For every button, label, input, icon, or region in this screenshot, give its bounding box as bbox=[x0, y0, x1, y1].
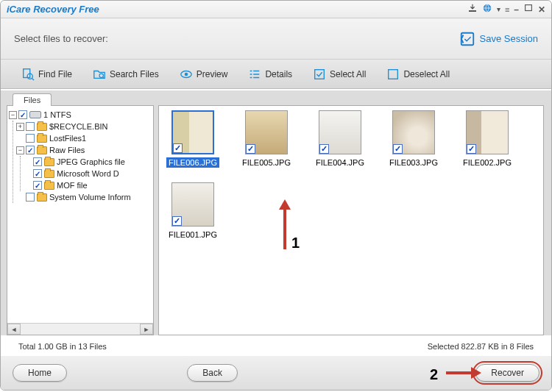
deselect-all-button[interactable]: Deselect All bbox=[386, 68, 450, 81]
annotation-label-1: 1 bbox=[291, 235, 300, 252]
tab-files[interactable]: Files bbox=[13, 93, 52, 106]
thumbnail-item[interactable]: FILE005.JPG bbox=[237, 110, 296, 168]
content-area: Files − 1 NTFS + $RECYC bbox=[1, 90, 551, 335]
thumb-checkbox[interactable] bbox=[246, 144, 255, 154]
tree-item-recycle[interactable]: + $RECYCLE.BIN bbox=[16, 121, 152, 132]
tree-checkbox[interactable] bbox=[26, 146, 35, 154]
status-total: Total 1.00 GB in 13 Files bbox=[18, 342, 428, 351]
save-session-button[interactable]: Save Session bbox=[459, 31, 539, 47]
expand-icon[interactable]: + bbox=[16, 123, 24, 131]
header: Select files to recover: Save Session bbox=[1, 18, 551, 60]
thumbnail-image bbox=[466, 110, 509, 154]
tree-checkbox[interactable] bbox=[33, 169, 42, 178]
search-files-label: Search Files bbox=[110, 69, 159, 79]
thumbnail-item[interactable]: FILE001.JPG bbox=[163, 182, 222, 240]
app-window: iCare Recovery Free ▾ ≡ – ✕ Select files… bbox=[0, 0, 552, 391]
find-icon bbox=[21, 68, 35, 81]
svg-rect-8 bbox=[315, 69, 325, 79]
status-bar: Total 1.00 GB in 13 Files Selected 822.8… bbox=[1, 338, 551, 354]
titlebar: iCare Recovery Free ▾ ≡ – ✕ bbox=[1, 1, 551, 18]
collapse-icon[interactable]: − bbox=[16, 146, 24, 154]
tree-h-scrollbar[interactable]: ◄ ► bbox=[7, 323, 153, 335]
thumbnail-image bbox=[319, 110, 361, 154]
select-all-icon bbox=[313, 68, 326, 81]
minimize-icon[interactable]: – bbox=[514, 4, 519, 15]
tree-item-lostfiles[interactable]: LostFiles1 bbox=[16, 132, 152, 144]
tree-item-sysvol[interactable]: System Volume Inform bbox=[16, 191, 152, 203]
tree-root[interactable]: − 1 NTFS bbox=[9, 109, 152, 121]
tree-root-label: 1 NTFS bbox=[43, 110, 71, 119]
tree-checkbox[interactable] bbox=[26, 193, 35, 202]
tree-item-label: LostFiles1 bbox=[49, 134, 86, 143]
tree-checkbox[interactable] bbox=[33, 157, 42, 166]
close-icon[interactable]: ✕ bbox=[538, 4, 545, 15]
tree-checkbox[interactable] bbox=[33, 181, 42, 190]
svg-rect-2 bbox=[461, 32, 473, 45]
globe-icon[interactable] bbox=[482, 3, 492, 16]
folder-icon bbox=[37, 123, 47, 131]
tree-item-word[interactable]: Microsoft Word D bbox=[24, 168, 152, 179]
preview-button[interactable]: Preview bbox=[180, 68, 228, 81]
recover-button[interactable]: Recover bbox=[475, 364, 539, 382]
footer: Home Back Recover bbox=[1, 356, 551, 390]
find-file-label: Find File bbox=[38, 69, 72, 79]
folder-icon bbox=[37, 193, 47, 202]
search-icon bbox=[93, 68, 106, 81]
thumbnail-item[interactable]: FILE006.JPG bbox=[163, 110, 222, 168]
thumbnail-image bbox=[245, 110, 288, 154]
thumb-checkbox[interactable] bbox=[393, 144, 403, 154]
tree-checkbox[interactable] bbox=[18, 110, 27, 119]
tree-item-jpeg[interactable]: JPEG Graphics file bbox=[24, 156, 152, 168]
tree-item-label: $RECYCLE.BIN bbox=[49, 122, 107, 131]
tree-item-rawfiles[interactable]: − Raw Files bbox=[16, 144, 152, 156]
thumbnail-label: FILE002.JPG bbox=[461, 157, 514, 168]
tree-panel: Files − 1 NTFS + $RECYC bbox=[7, 90, 154, 335]
thumb-checkbox[interactable] bbox=[467, 144, 476, 154]
details-button[interactable]: Details bbox=[248, 68, 292, 81]
thumbnail-image bbox=[392, 110, 435, 154]
download-icon[interactable] bbox=[467, 3, 478, 16]
scroll-track[interactable] bbox=[21, 324, 140, 335]
find-file-button[interactable]: Find File bbox=[21, 68, 72, 81]
maximize-icon[interactable] bbox=[523, 3, 534, 16]
back-button[interactable]: Back bbox=[187, 364, 238, 382]
select-all-button[interactable]: Select All bbox=[313, 68, 366, 81]
thumbnail-item[interactable]: FILE004.JPG bbox=[311, 110, 369, 168]
thumbnails-panel: FILE006.JPG FILE005.JPG FILE004.JPG FILE… bbox=[158, 105, 544, 335]
tree-item-label: JPEG Graphics file bbox=[57, 157, 125, 166]
thumb-checkbox[interactable] bbox=[172, 216, 182, 226]
folder-icon bbox=[37, 146, 47, 154]
thumbnail-item[interactable]: FILE003.JPG bbox=[384, 110, 443, 168]
collapse-icon[interactable]: − bbox=[9, 111, 17, 119]
tree-checkbox[interactable] bbox=[26, 134, 35, 143]
thumbnail-item[interactable]: FILE002.JPG bbox=[458, 110, 517, 168]
search-files-button[interactable]: Search Files bbox=[93, 68, 159, 81]
details-label: Details bbox=[265, 69, 292, 79]
file-tree[interactable]: − 1 NTFS + $RECYCLE.BIN bbox=[7, 106, 153, 206]
settings-icon[interactable]: ≡ bbox=[505, 5, 509, 14]
header-prompt: Select files to recover: bbox=[14, 33, 459, 44]
scroll-left-icon[interactable]: ◄ bbox=[7, 324, 21, 335]
thumb-checkbox[interactable] bbox=[319, 144, 329, 154]
tree-checkbox[interactable] bbox=[26, 122, 35, 131]
home-button[interactable]: Home bbox=[13, 364, 67, 382]
folder-icon bbox=[44, 182, 54, 190]
thumbnail-label: FILE001.JPG bbox=[166, 229, 219, 240]
svg-point-5 bbox=[99, 74, 103, 77]
details-icon bbox=[248, 68, 261, 81]
tree-item-label: System Volume Inform bbox=[49, 193, 131, 202]
preview-icon bbox=[180, 68, 193, 81]
thumbnail-label: FILE004.JPG bbox=[314, 157, 367, 168]
thumb-checkbox[interactable] bbox=[173, 143, 183, 153]
app-title: iCare Recovery Free bbox=[7, 4, 467, 15]
thumbnail-image bbox=[171, 110, 214, 154]
tree-item-label: Raw Files bbox=[49, 146, 85, 154]
scroll-right-icon[interactable]: ► bbox=[140, 324, 153, 335]
thumbnail-label: FILE005.JPG bbox=[240, 157, 293, 168]
tree-item-mof[interactable]: MOF file bbox=[24, 179, 152, 191]
status-selected: Selected 822.87 KB in 8 Files bbox=[428, 342, 534, 351]
deselect-all-icon bbox=[386, 68, 400, 81]
dropdown-icon[interactable]: ▾ bbox=[497, 5, 500, 13]
folder-icon bbox=[44, 158, 54, 166]
thumbnail-label: FILE003.JPG bbox=[387, 157, 440, 168]
